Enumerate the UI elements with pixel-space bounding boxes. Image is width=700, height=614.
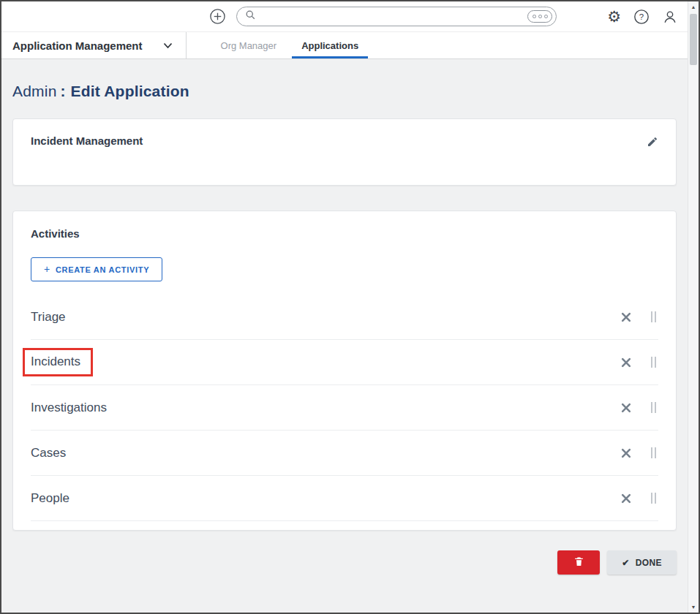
activities-card: Activities + CREATE AN ACTIVITY Triage	[12, 211, 677, 531]
more-options-icon[interactable]	[527, 10, 552, 23]
page-title-separator: :	[61, 83, 66, 100]
application-name-card: Incident Management	[12, 118, 677, 186]
remove-activity-icon[interactable]	[621, 357, 631, 368]
topbar-icons: ⚙ ?	[607, 9, 678, 25]
activity-row-triage[interactable]: Triage	[31, 295, 658, 340]
red-highlight-box: Incidents	[23, 348, 93, 376]
create-activity-label: CREATE AN ACTIVITY	[56, 265, 149, 274]
vertical-scrollbar[interactable]: ▲ ▼	[688, 1, 699, 613]
plus-icon: +	[44, 263, 50, 275]
drag-handle-icon[interactable]	[651, 311, 656, 322]
activity-label: Incidents	[31, 355, 80, 368]
dropdown-label: Application Management	[12, 39, 143, 52]
svg-text:?: ?	[639, 12, 644, 21]
activity-label: Triage	[31, 310, 66, 325]
tab-list: Org Manager Applications	[208, 32, 372, 58]
activity-label: Cases	[31, 446, 66, 460]
scrollbar-thumb[interactable]	[690, 14, 697, 65]
main-content: Admin : Edit Application Incident Manage…	[1, 83, 699, 575]
activity-row-people[interactable]: People	[31, 476, 658, 521]
tab-org-manager[interactable]: Org Manager	[208, 32, 290, 58]
create-activity-button[interactable]: + CREATE AN ACTIVITY	[31, 257, 162, 281]
remove-activity-icon[interactable]	[621, 493, 631, 504]
add-icon[interactable]	[209, 8, 226, 25]
activity-list: Triage Incidents	[31, 295, 658, 521]
delete-application-button[interactable]	[557, 550, 600, 575]
drag-handle-icon[interactable]	[651, 402, 656, 413]
page-title-main: Edit Application	[71, 83, 189, 100]
check-icon: ✔	[622, 558, 629, 568]
remove-activity-icon[interactable]	[621, 448, 631, 458]
done-button[interactable]: ✔ DONE	[607, 550, 677, 575]
drag-handle-icon[interactable]	[651, 493, 656, 504]
activity-row-cases[interactable]: Cases	[31, 431, 658, 476]
remove-activity-icon[interactable]	[621, 403, 631, 413]
done-label: DONE	[636, 558, 662, 568]
scroll-up-icon[interactable]: ▲	[688, 1, 699, 12]
scroll-down-icon[interactable]: ▼	[688, 602, 699, 613]
activity-row-investigations[interactable]: Investigations	[31, 385, 658, 431]
settings-gear-icon[interactable]: ⚙	[607, 9, 621, 24]
app-window: ▲ ▼ ⚙ ? Application Management	[0, 0, 700, 614]
edit-pencil-icon[interactable]	[647, 136, 658, 151]
drag-handle-icon[interactable]	[651, 357, 656, 368]
top-bar: ⚙ ?	[1, 1, 699, 32]
application-name: Incident Management	[31, 134, 143, 147]
tab-applications[interactable]: Applications	[289, 32, 371, 58]
drag-handle-icon[interactable]	[651, 447, 656, 458]
search-input[interactable]	[262, 11, 527, 22]
activity-row-incidents[interactable]: Incidents	[31, 340, 658, 385]
footer-actions: ✔ DONE	[12, 550, 677, 575]
user-profile-icon[interactable]	[662, 9, 678, 25]
activity-label: People	[31, 491, 69, 506]
remove-activity-icon[interactable]	[621, 312, 631, 322]
search-icon	[245, 10, 256, 23]
trash-icon	[573, 556, 584, 569]
chevron-down-icon	[163, 39, 173, 52]
activities-title: Activities	[31, 227, 658, 240]
search-bar[interactable]	[236, 7, 557, 26]
page-title: Admin : Edit Application	[12, 83, 699, 100]
nav-bar: Application Management Org Manager Appli…	[1, 32, 699, 59]
application-management-dropdown[interactable]: Application Management	[1, 32, 187, 58]
activity-label: Investigations	[31, 401, 107, 415]
help-icon[interactable]: ?	[633, 9, 650, 25]
page-title-prefix: Admin	[12, 83, 57, 100]
